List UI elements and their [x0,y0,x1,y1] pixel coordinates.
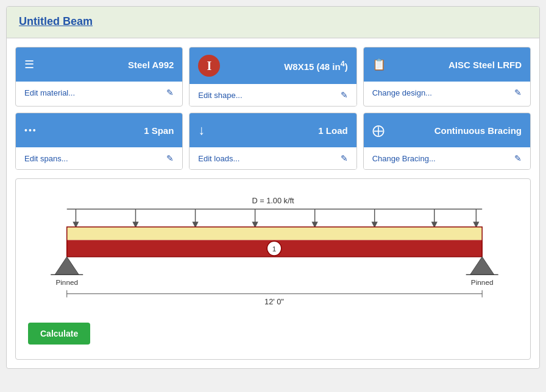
card-bracing: ⨁ Continuous Bracing Change Bracing... ✎ [363,113,531,170]
edit-icon-design[interactable]: ✎ [514,88,522,97]
card-loads-footer: Edit loads... ✎ [190,147,356,169]
card-material-value-text: Steel A992 [41,60,174,70]
cards-grid: ☰ Steel A992 Edit material... ✎ I W8X15 … [7,38,539,178]
svg-marker-5 [193,222,198,227]
change-design-link[interactable]: Change design... [372,88,432,97]
edit-icon-material[interactable]: ✎ [166,88,174,97]
calculate-button[interactable]: Calculate [28,323,90,345]
svg-marker-1 [74,222,79,227]
card-spans-value-text: 1 Span [44,125,174,136]
card-spans-footer: Edit spans... ✎ [16,147,182,169]
card-shape-footer: Edit shape... ✎ [190,84,356,106]
loads-icon: ↓ [198,122,205,138]
edit-shape-link[interactable]: Edit shape... [198,91,242,100]
card-design: 📋 AISC Steel LRFD Change design... ✎ [363,47,531,107]
beam-title[interactable]: Untitled Beam [19,15,93,27]
card-loads-value: 1 Load [318,125,347,136]
svg-marker-11 [372,222,377,227]
card-shape-value: W8X15 (48 in4) [284,61,348,72]
edit-icon-shape[interactable]: ✎ [341,90,348,100]
svg-text:1: 1 [272,245,277,253]
card-bracing-value: Continuous Bracing [434,125,522,136]
load-label: D = 1.00 k/ft [252,196,294,205]
card-material: ☰ Steel A992 Edit material... ✎ [15,47,183,107]
card-loads-value-text: 1 Load [212,125,347,136]
edit-icon-loads[interactable]: ✎ [341,153,348,163]
card-shape-value-text: W8X15 (48 in4) [227,60,347,72]
svg-marker-15 [473,222,478,227]
card-design-value: AISC Steel LRFD [448,60,522,70]
card-design-footer: Change design... ✎ [364,82,530,103]
card-shape-header: I W8X15 (48 in4) [190,47,356,84]
card-loads: ↓ 1 Load Edit loads... ✎ [189,113,356,170]
edit-icon-spans[interactable]: ✎ [166,153,174,163]
card-material-header: ☰ Steel A992 [16,47,182,82]
material-icon: ☰ [24,58,34,71]
beam-diagram: D = 1.00 k/ft [28,191,518,313]
card-spans-header: ••• 1 Span [16,113,182,147]
svg-text:Pinned: Pinned [55,278,78,286]
edit-icon-bracing[interactable]: ✎ [514,153,522,163]
svg-text:12' 0": 12' 0" [264,297,284,306]
card-bracing-value-text: Continuous Bracing [392,125,522,136]
card-bracing-footer: Change Bracing... ✎ [364,147,530,169]
svg-marker-3 [133,222,138,227]
edit-spans-link[interactable]: Edit spans... [24,154,68,163]
edit-loads-link[interactable]: Edit loads... [198,154,239,163]
diagram-container: D = 1.00 k/ft [15,178,531,360]
svg-rect-17 [67,227,482,240]
change-bracing-link[interactable]: Change Bracing... [372,154,436,163]
svg-marker-7 [253,222,258,227]
card-spans: ••• 1 Span Edit spans... ✎ [15,113,183,170]
app-container: Untitled Beam ☰ Steel A992 Edit material… [6,6,540,369]
shape-icon: I [207,60,211,72]
spans-icon: ••• [24,125,37,135]
card-design-value-text: AISC Steel LRFD [393,60,522,70]
header: Untitled Beam [7,7,539,38]
edit-material-link[interactable]: Edit material... [24,88,75,97]
svg-text:Pinned: Pinned [471,278,494,286]
design-icon: 📋 [372,58,386,71]
bracing-icon: ⨁ [372,123,385,138]
card-shape: I W8X15 (48 in4) Edit shape... ✎ [189,47,356,107]
svg-marker-25 [470,257,494,275]
svg-marker-13 [432,222,437,227]
card-loads-header: ↓ 1 Load [190,113,356,147]
card-spans-value: 1 Span [144,125,174,136]
card-design-header: 📋 AISC Steel LRFD [364,47,530,82]
svg-marker-22 [55,257,79,275]
card-material-value: Steel A992 [128,60,174,70]
svg-marker-9 [313,222,317,227]
card-bracing-header: ⨁ Continuous Bracing [364,113,530,147]
card-material-footer: Edit material... ✎ [16,82,182,103]
